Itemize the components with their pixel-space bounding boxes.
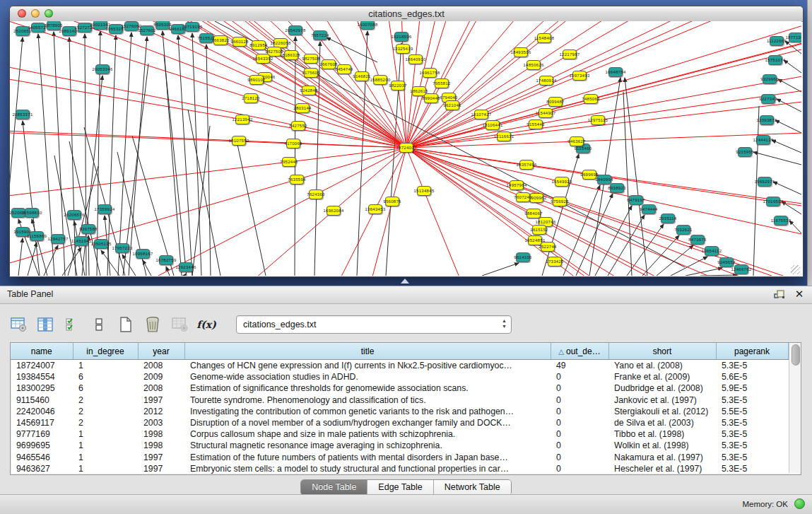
table-cell[interactable]: Hescheler et al. (1997) [608,463,716,474]
graph-node[interactable] [286,139,300,148]
network-window[interactable]: citations_edges.txt 25206511405572498789… [9,6,804,277]
table-cell[interactable]: 1998 [138,428,184,440]
graph-node[interactable] [760,115,774,125]
graph-node[interactable] [233,37,247,47]
table-cell[interactable]: 2 [73,395,138,406]
float-panel-icon[interactable] [773,288,785,300]
graph-node[interactable] [676,225,690,235]
table-cell[interactable]: Structural magnetic resonance image aver… [184,440,551,451]
graph-node[interactable] [136,249,150,259]
table-cell[interactable]: 2008 [138,382,184,394]
graph-node[interactable] [548,97,563,107]
graph-node[interactable] [529,193,543,203]
graph-node[interactable] [302,86,316,95]
graph-node[interactable] [539,76,553,86]
graph-node[interactable] [608,67,623,77]
table-cell[interactable]: 1998 [138,440,184,451]
graph-node[interactable] [582,170,596,180]
table-cell[interactable]: 2 [73,417,138,428]
graph-node[interactable] [572,71,587,81]
table-cell[interactable]: 9115460 [11,395,73,406]
graph-node[interactable] [31,23,45,33]
tab-node-table[interactable]: Node Table [301,480,367,495]
graph-node[interactable] [25,208,39,218]
graph-node[interactable] [510,180,524,190]
graph-node[interactable] [140,25,154,35]
graph-node[interactable] [519,160,534,170]
graph-node[interactable] [185,22,199,32]
graph-node[interactable] [597,175,611,185]
graph-node[interactable] [424,93,438,103]
table-cell[interactable]: 6 [73,371,138,382]
graph-node[interactable] [304,54,318,64]
graph-node[interactable] [690,235,705,245]
graph-node[interactable] [537,33,551,43]
table-cell[interactable]: Changes of HCN gene expression and I(f) … [184,360,551,372]
graph-node-hub[interactable] [399,143,413,153]
graph-node[interactable] [62,26,76,36]
graph-node[interactable] [124,21,139,31]
graph-node[interactable] [11,208,25,218]
column-header-short[interactable]: short [608,343,716,360]
table-cell[interactable]: 18300295 [11,382,73,394]
graph-node[interactable] [526,60,541,70]
graph-node[interactable] [539,108,553,118]
table-cell[interactable]: 0 [551,406,608,417]
new-table-button[interactable] [117,316,134,333]
table-cell[interactable]: 1 [73,360,138,372]
table-row[interactable]: 1456911722003Disruption of a novel membe… [11,417,788,428]
table-cell[interactable]: Genome-wide association studies in ADHD. [184,371,551,382]
graph-node[interactable] [295,103,310,113]
table-cell[interactable]: 5.3E-5 [716,360,788,372]
table-cell[interactable]: 9463627 [11,463,73,474]
graph-node[interactable] [171,24,185,34]
graph-node[interactable] [256,54,270,64]
table-cell[interactable]: 5.3E-5 [716,395,788,406]
graph-node[interactable] [396,44,410,54]
column-header-year[interactable]: year [138,343,184,360]
table-cell[interactable]: 0 [551,463,608,474]
graph-node[interactable] [516,252,530,262]
graph-node[interactable] [548,257,562,267]
table-cell[interactable]: 5.3E-5 [716,440,788,451]
graph-node[interactable] [474,110,488,119]
graph-node[interactable] [394,32,408,42]
table-cell[interactable]: 2 [73,406,138,417]
graph-node[interactable] [284,50,298,60]
graph-node[interactable] [98,204,112,214]
table-cell[interactable]: Nakamura et al. (1997) [608,452,716,463]
table-scrollbar[interactable] [789,343,801,473]
graph-node[interactable] [768,55,782,65]
table-cell[interactable]: Estimation of the future numbers of pati… [184,452,551,463]
table-row[interactable]: 969969511998Structural magnetic resonanc… [11,440,788,451]
table-cell[interactable]: Jankovic et al. (1997) [608,395,716,406]
graph-node[interactable] [235,115,249,124]
table-row[interactable]: 1872400712008Changes of HCN gene express… [11,360,788,372]
panel-divider-handle[interactable] [401,279,409,284]
graph-node[interactable] [629,195,643,205]
table-cell[interactable]: Investigating the contribution of common… [184,406,551,417]
graph-node[interactable] [282,157,296,167]
table-cell[interactable]: 5.6E-5 [716,371,788,382]
graph-node[interactable] [94,239,108,249]
tab-edge-table[interactable]: Edge Table [367,480,433,495]
table-cell[interactable]: 1 [73,428,138,440]
table-cell[interactable]: 0 [551,382,608,394]
graph-node[interactable] [16,110,30,119]
graph-node[interactable] [486,120,500,130]
graph-node[interactable] [532,225,546,235]
column-header-out_de[interactable]: △out_de… [551,343,608,360]
table-cell[interactable]: 0 [551,371,608,382]
table-cell[interactable]: Dudbridge et al. (2008) [608,382,716,394]
graph-node[interactable] [763,74,777,84]
graph-node[interactable] [115,243,129,253]
graph-node[interactable] [291,121,305,131]
graph-node[interactable] [529,119,543,129]
graph-node[interactable] [738,147,752,157]
table-cell[interactable]: 5.3E-5 [716,417,788,428]
graph-node[interactable] [758,177,772,187]
column-header-in_degree[interactable]: in_degree [73,343,138,360]
table-row[interactable]: 2242004622012Investigating the contribut… [11,406,788,417]
table-cell[interactable]: 0 [551,428,608,440]
graph-node[interactable] [159,255,173,265]
